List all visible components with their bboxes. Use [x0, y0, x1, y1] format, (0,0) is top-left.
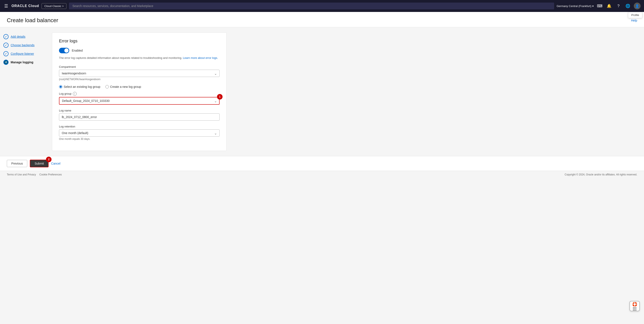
- cookie-preferences-link[interactable]: Cookie Preferences: [40, 173, 62, 176]
- log-name-input[interactable]: [59, 113, 220, 121]
- compartment-path: (root)/NETWORK/IwanHoogendoorn: [59, 78, 220, 81]
- sidebar-label-configure-listener: Configure listener: [11, 52, 34, 56]
- sidebar-label-add-details: Add details: [11, 35, 25, 38]
- toggle-row: Enabled: [59, 48, 220, 53]
- step-check-2: ✓: [4, 43, 8, 48]
- log-retention-note: One month equals 30 days.: [59, 138, 220, 140]
- compartment-select[interactable]: IwanHoogendoorn: [59, 70, 220, 77]
- badge-2: 2: [46, 157, 52, 162]
- step-circle-4: 4: [4, 60, 8, 65]
- enabled-toggle[interactable]: [59, 48, 69, 53]
- region-selector[interactable]: Germany Central (Frankfurt) ▾: [557, 5, 594, 8]
- log-group-wrapper: 1 Default_Group_2024_0710_103330: [59, 97, 220, 105]
- log-retention-label: Log retention: [59, 125, 220, 128]
- main-content: ✓ Add details ✓ Choose backends ✓ Config…: [0, 27, 644, 156]
- globe-icon[interactable]: 🌐: [624, 3, 631, 9]
- log-name-label: Log name: [59, 109, 220, 112]
- header: ☰ ORACLE Cloud Cloud Classic > Germany C…: [0, 0, 644, 12]
- help-link[interactable]: Help: [631, 19, 637, 22]
- help-icon[interactable]: ?: [615, 3, 622, 9]
- log-name-field-group: Log name: [59, 109, 220, 121]
- badge-1: 1: [217, 94, 222, 100]
- region-arrow-icon: ▾: [592, 5, 594, 8]
- step-check-3: ✓: [4, 51, 8, 56]
- page-header: Create load balancer Help: [0, 12, 644, 27]
- sidebar-label-choose-backends: Choose backends: [11, 44, 34, 47]
- log-retention-field-group: Log retention One month (default)Three m…: [59, 125, 220, 140]
- radio-create-log-group[interactable]: Create a new log group: [106, 85, 141, 89]
- toggle-label: Enabled: [72, 49, 83, 52]
- terminal-icon[interactable]: ⌨: [596, 3, 603, 9]
- hamburger-icon[interactable]: ☰: [4, 3, 9, 9]
- form-card: Error logs Enabled The error log capture…: [52, 33, 226, 151]
- profile-tooltip: Profile: [628, 12, 642, 18]
- avatar[interactable]: 👤: [634, 3, 640, 9]
- bell-icon[interactable]: 🔔: [606, 3, 612, 9]
- section-title: Error logs: [59, 39, 220, 44]
- compartment-label: Compartment: [59, 65, 220, 68]
- log-group-info-icon[interactable]: i: [73, 92, 77, 96]
- radio-group: Select an existing log group Create a ne…: [59, 85, 220, 89]
- oracle-logo: ORACLE Cloud: [12, 4, 39, 8]
- sidebar: ✓ Add details ✓ Choose backends ✓ Config…: [0, 27, 47, 156]
- learn-more-link[interactable]: Learn more about error logs.: [183, 56, 218, 60]
- radio-create-label: Create a new log group: [110, 85, 141, 89]
- sidebar-item-configure-listener[interactable]: ✓ Configure listener: [4, 50, 44, 58]
- terms-link[interactable]: Terms of Use and Privacy: [7, 173, 36, 176]
- sidebar-item-choose-backends[interactable]: ✓ Choose backends: [4, 41, 44, 50]
- log-retention-select-wrapper: One month (default)Three monthsSix month…: [59, 129, 220, 137]
- cloud-classic-button[interactable]: Cloud Classic >: [42, 3, 66, 9]
- log-group-field-group: Log group i 1 Default_Group_2024_0710_10…: [59, 92, 220, 105]
- radio-existing-label: Select an existing log group: [64, 85, 100, 89]
- radio-existing-log-group[interactable]: Select an existing log group: [59, 85, 100, 89]
- page-title: Create load balancer: [7, 17, 58, 24]
- submit-button[interactable]: Submit: [30, 160, 48, 167]
- search-input[interactable]: [69, 3, 554, 9]
- region-label: Germany Central (Frankfurt): [557, 5, 592, 8]
- previous-button[interactable]: Previous: [7, 160, 27, 167]
- compartment-field-group: Compartment IwanHoogendoorn (root)/NETWO…: [59, 65, 220, 81]
- footer-bar: Previous 2 Submit Cancel: [0, 156, 644, 171]
- step-check-1: ✓: [4, 34, 8, 39]
- page-footer: Terms of Use and Privacy Cookie Preferen…: [0, 171, 644, 178]
- copyright-text: Copyright © 2024, Oracle and/or its affi…: [564, 173, 637, 176]
- header-right: Germany Central (Frankfurt) ▾ ⌨ 🔔 ? 🌐 👤: [557, 3, 640, 9]
- log-group-select-wrapper: Default_Group_2024_0710_103330: [59, 97, 220, 105]
- log-group-select[interactable]: Default_Group_2024_0710_103330: [59, 97, 220, 105]
- cancel-button[interactable]: Cancel: [51, 162, 60, 165]
- footer-left: Terms of Use and Privacy Cookie Preferen…: [7, 173, 62, 176]
- form-area: Error logs Enabled The error log capture…: [47, 27, 644, 156]
- sidebar-item-manage-logging[interactable]: 4 Manage logging: [4, 58, 44, 67]
- sidebar-item-add-details[interactable]: ✓ Add details: [4, 33, 44, 41]
- sidebar-label-manage-logging: Manage logging: [11, 61, 34, 64]
- log-retention-select[interactable]: One month (default)Three monthsSix month…: [59, 129, 220, 137]
- description-text: The error log captures detailed informat…: [59, 56, 220, 60]
- log-group-label-row: Log group i: [59, 92, 220, 96]
- compartment-select-wrapper: IwanHoogendoorn: [59, 70, 220, 77]
- submit-wrapper: 2 Submit: [30, 160, 48, 167]
- log-group-label: Log group: [59, 92, 72, 95]
